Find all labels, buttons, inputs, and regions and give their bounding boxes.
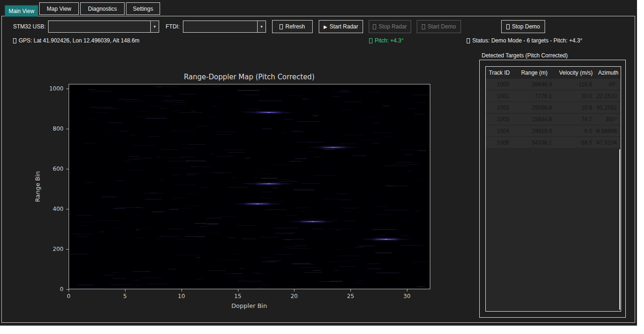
table-cell: 88.66998 (596, 125, 621, 136)
range-doppler-heatmap[interactable] (69, 84, 430, 289)
stm32-port-select[interactable]: ▼ (48, 21, 159, 33)
chevron-down-icon[interactable]: ▼ (150, 21, 159, 32)
ftdi-port-select[interactable]: ▼ (183, 21, 266, 33)
table-row[interactable]: 10017276.110.0122.2510 (486, 90, 621, 101)
noise-smudge (155, 157, 161, 157)
column-header-velocity-m-s-[interactable]: Velocity (m/s) (556, 67, 596, 79)
table-cell: 247.5104 (596, 137, 621, 148)
column-header-track-id[interactable]: Track ID (486, 67, 513, 79)
targets-table[interactable]: Track IDRange (m)Velocity (m/s)Azimuth10… (485, 66, 621, 312)
noise-smudge (168, 164, 172, 165)
table-cell: 1002 (486, 102, 513, 113)
table-scrollbar[interactable] (619, 149, 620, 310)
noise-smudge (136, 215, 141, 215)
table-row[interactable]: 100429916.06.088.66998 (486, 125, 621, 136)
noise-smudge (402, 150, 421, 150)
noise-smudge (287, 286, 294, 287)
noise-smudge (384, 166, 407, 166)
noise-smudge (209, 117, 217, 117)
table-header-row: Track IDRange (m)Velocity (m/s)Azimuth (486, 67, 621, 79)
noise-smudge (81, 225, 88, 226)
noise-smudge (116, 180, 125, 181)
noise-smudge (161, 149, 178, 150)
start-radar-button[interactable]: ▶Start Radar (319, 20, 363, 33)
x-tick-mark (407, 289, 407, 292)
noise-smudge (344, 102, 362, 102)
table-cell: 6.0 (556, 125, 596, 136)
noise-smudge (101, 196, 116, 197)
noise-smudge (189, 144, 206, 145)
table-row[interactable]: 100225056.810.9191.2552 (486, 102, 621, 113)
x-axis-label: Doppler Bin (231, 302, 267, 309)
table-cell: 29916.0 (513, 125, 556, 136)
noise-smudge (83, 143, 96, 144)
noise-smudge (111, 285, 132, 285)
table-row[interactable]: 100315844.674.7300° (486, 114, 621, 125)
column-header-azimuth[interactable]: Azimuth (596, 67, 621, 79)
noise-smudge (259, 257, 272, 257)
targets-panel-title: Detected Targets (Pitch Corrected) (482, 52, 568, 59)
tab-main-view[interactable]: Main View (5, 5, 38, 17)
refresh-button[interactable]: Refresh (272, 20, 313, 33)
tab-diagnostics[interactable]: Diagnostics (80, 2, 125, 15)
noise-smudge (169, 209, 179, 210)
chart-title: Range-Doppler Map (Pitch Corrected) (184, 73, 315, 81)
noise-smudge (352, 155, 366, 156)
noise-smudge (123, 161, 133, 161)
chevron-down-icon[interactable]: ▼ (257, 21, 266, 32)
noise-smudge (175, 239, 194, 239)
noise-smudge (139, 111, 149, 112)
table-row[interactable]: 100038646.9-118.645° (486, 79, 621, 90)
stm32-usb-label: STM32 USB: (13, 21, 46, 33)
noise-smudge (82, 222, 99, 223)
noise-smudge (401, 220, 405, 221)
noise-smudge (200, 226, 208, 227)
noise-smudge (146, 118, 167, 119)
noise-smudge (168, 229, 186, 230)
noise-smudge (401, 245, 423, 246)
noise-smudge (135, 208, 144, 208)
noise-smudge (356, 280, 366, 281)
noise-smudge (280, 181, 298, 181)
tab-map-view[interactable]: Map View (39, 2, 79, 15)
noise-smudge (186, 175, 196, 175)
noise-smudge (266, 202, 282, 202)
x-tick-mark (125, 289, 126, 292)
noise-smudge (95, 112, 109, 113)
table-cell: 1000 (486, 79, 513, 90)
noise-smudge (95, 220, 119, 221)
noise-smudge (354, 283, 363, 284)
noise-smudge (210, 154, 214, 154)
noise-smudge (372, 229, 397, 230)
y-axis-label: Range Bin (34, 171, 41, 202)
noise-smudge (340, 200, 351, 200)
table-row[interactable]: 100534338.1-58.5247.5104 (486, 137, 621, 148)
noise-smudge (268, 165, 291, 165)
x-tick-mark (238, 289, 238, 292)
x-tick-mark (350, 289, 351, 292)
noise-smudge (392, 164, 403, 164)
noise-smudge (244, 108, 259, 109)
noise-smudge (89, 91, 112, 91)
noise-smudge (366, 264, 380, 264)
noise-smudge (377, 272, 399, 273)
noise-smudge (111, 228, 121, 229)
noise-smudge (343, 211, 351, 212)
column-header-range-m-[interactable]: Range (m) (513, 67, 556, 79)
noise-smudge (232, 254, 241, 255)
noise-smudge (216, 156, 235, 157)
tab-settings[interactable]: Settings (126, 2, 160, 15)
stop-demo-button[interactable]: Stop Demo (501, 20, 545, 33)
y-tick-mark (66, 89, 69, 89)
noise-smudge (179, 144, 189, 145)
pitch-indicator: Pitch: +4.3° (369, 37, 404, 44)
noise-smudge (282, 246, 298, 247)
noise-smudge (217, 132, 235, 132)
stm32-port-value (49, 21, 150, 32)
target-streak (301, 221, 325, 222)
noise-smudge (291, 263, 311, 264)
noise-smudge (72, 234, 94, 234)
noise-smudge (173, 198, 186, 198)
noise-smudge (345, 135, 365, 135)
pitch-indicator-text: Pitch: +4.3° (375, 37, 404, 44)
